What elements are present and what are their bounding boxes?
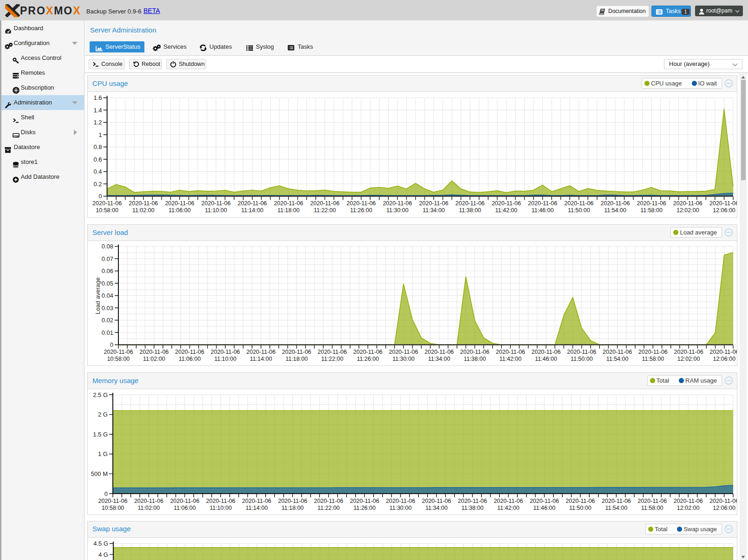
svg-text:2020-11-06: 2020-11-06 xyxy=(709,200,737,207)
svg-text:2020-11-06: 2020-11-06 xyxy=(318,349,347,355)
svg-text:0.07: 0.07 xyxy=(102,255,113,262)
svg-text:11:10:00: 11:10:00 xyxy=(209,505,232,511)
svg-text:2020-11-06: 2020-11-06 xyxy=(238,200,267,207)
svg-text:12:06:00: 12:06:00 xyxy=(713,207,735,214)
svg-text:2020-11-06: 2020-11-06 xyxy=(314,498,343,504)
svg-text:2020-11-06: 2020-11-06 xyxy=(460,349,489,355)
svg-text:0.05: 0.05 xyxy=(102,280,113,287)
svg-text:11:58:00: 11:58:00 xyxy=(640,207,663,214)
svg-text:2020-11-06: 2020-11-06 xyxy=(246,349,275,355)
svg-text:2020-11-06: 2020-11-06 xyxy=(566,498,595,504)
svg-text:2020-11-06: 2020-11-06 xyxy=(637,200,666,207)
svg-text:0.02: 0.02 xyxy=(102,317,113,324)
svg-text:11:22:00: 11:22:00 xyxy=(321,356,344,362)
svg-text:11:22:00: 11:22:00 xyxy=(314,207,336,214)
svg-text:0.4: 0.4 xyxy=(94,168,102,175)
svg-text:11:34:00: 11:34:00 xyxy=(428,356,450,362)
svg-text:11:18:00: 11:18:00 xyxy=(286,356,308,362)
svg-text:2020-11-06: 2020-11-06 xyxy=(211,349,240,355)
svg-text:2020-11-06: 2020-11-06 xyxy=(637,498,667,504)
svg-text:2020-11-06: 2020-11-06 xyxy=(638,349,668,355)
svg-text:11:42:00: 11:42:00 xyxy=(495,207,518,214)
svg-text:2 G: 2 G xyxy=(98,411,108,418)
svg-text:11:42:00: 11:42:00 xyxy=(497,505,520,511)
svg-text:2020-11-06: 2020-11-06 xyxy=(531,349,560,355)
svg-text:12:02:00: 12:02:00 xyxy=(677,505,700,511)
svg-text:2020-11-06: 2020-11-06 xyxy=(422,498,451,504)
svg-text:11:14:00: 11:14:00 xyxy=(241,207,263,214)
svg-text:2020-11-06: 2020-11-06 xyxy=(346,200,376,207)
svg-text:0.08: 0.08 xyxy=(102,243,113,250)
svg-text:1: 1 xyxy=(98,131,102,138)
svg-text:10:58:00: 10:58:00 xyxy=(96,207,118,214)
svg-text:11:50:00: 11:50:00 xyxy=(568,207,590,214)
svg-text:1.2: 1.2 xyxy=(94,119,102,126)
svg-text:2020-11-06: 2020-11-06 xyxy=(673,200,702,207)
svg-text:0.03: 0.03 xyxy=(102,305,113,312)
svg-text:11:38:00: 11:38:00 xyxy=(459,207,481,214)
svg-text:2020-11-06: 2020-11-06 xyxy=(282,349,311,355)
svg-text:11:50:00: 11:50:00 xyxy=(571,356,593,362)
svg-text:11:22:00: 11:22:00 xyxy=(318,505,340,511)
svg-text:2020-11-06: 2020-11-06 xyxy=(674,349,703,355)
svg-text:2020-11-06: 2020-11-06 xyxy=(564,200,593,207)
svg-text:0.04: 0.04 xyxy=(102,292,113,299)
svg-text:2020-11-06: 2020-11-06 xyxy=(600,200,630,207)
svg-text:0: 0 xyxy=(98,193,102,200)
svg-text:11:26:00: 11:26:00 xyxy=(357,356,379,362)
svg-text:2020-11-06: 2020-11-06 xyxy=(528,200,557,207)
svg-text:2020-11-06: 2020-11-06 xyxy=(674,498,703,504)
svg-text:2020-11-06: 2020-11-06 xyxy=(458,498,487,504)
svg-text:2020-11-06: 2020-11-06 xyxy=(389,349,418,355)
svg-text:11:06:00: 11:06:00 xyxy=(174,505,196,511)
svg-text:2020-11-06: 2020-11-06 xyxy=(278,498,307,504)
svg-text:1.6: 1.6 xyxy=(94,94,102,101)
svg-text:11:30:00: 11:30:00 xyxy=(390,505,412,511)
svg-text:11:58:00: 11:58:00 xyxy=(642,356,664,362)
svg-text:0: 0 xyxy=(110,341,113,348)
svg-text:2020-11-06: 2020-11-06 xyxy=(134,498,163,504)
svg-text:11:42:00: 11:42:00 xyxy=(499,356,521,362)
svg-text:11:18:00: 11:18:00 xyxy=(281,505,304,511)
svg-text:2020-11-06: 2020-11-06 xyxy=(242,498,271,504)
svg-text:12:06:00: 12:06:00 xyxy=(713,505,735,511)
svg-text:2020-11-06: 2020-11-06 xyxy=(139,349,169,355)
svg-text:10:58:00: 10:58:00 xyxy=(107,356,130,362)
svg-text:2020-11-06: 2020-11-06 xyxy=(419,200,449,207)
svg-text:2020-11-06: 2020-11-06 xyxy=(98,498,127,504)
svg-text:11:02:00: 11:02:00 xyxy=(132,207,155,214)
svg-text:11:34:00: 11:34:00 xyxy=(423,207,445,214)
svg-text:11:06:00: 11:06:00 xyxy=(169,207,191,214)
svg-text:11:46:00: 11:46:00 xyxy=(532,207,554,214)
svg-text:2020-11-06: 2020-11-06 xyxy=(567,349,596,355)
svg-text:2020-11-06: 2020-11-06 xyxy=(492,200,521,207)
svg-text:12:02:00: 12:02:00 xyxy=(677,356,700,362)
svg-text:1.5 G: 1.5 G xyxy=(93,431,108,438)
svg-text:2020-11-06: 2020-11-06 xyxy=(350,498,379,504)
svg-text:2020-11-06: 2020-11-06 xyxy=(165,200,194,207)
svg-text:11:54:00: 11:54:00 xyxy=(606,356,629,362)
svg-text:11:14:00: 11:14:00 xyxy=(246,505,268,511)
svg-text:2020-11-06: 2020-11-06 xyxy=(496,349,525,355)
svg-text:2020-11-06: 2020-11-06 xyxy=(104,349,133,355)
svg-text:2020-11-06: 2020-11-06 xyxy=(455,200,485,207)
svg-text:2020-11-06: 2020-11-06 xyxy=(353,349,383,355)
svg-text:2.5 G: 2.5 G xyxy=(93,391,108,398)
svg-text:2020-11-06: 2020-11-06 xyxy=(129,200,158,207)
svg-text:2020-11-06: 2020-11-06 xyxy=(202,200,231,207)
svg-text:11:38:00: 11:38:00 xyxy=(464,356,486,362)
svg-text:11:02:00: 11:02:00 xyxy=(143,356,165,362)
svg-text:2020-11-06: 2020-11-06 xyxy=(386,498,415,504)
svg-text:0: 0 xyxy=(104,490,108,497)
svg-text:11:38:00: 11:38:00 xyxy=(462,505,484,511)
svg-text:2020-11-06: 2020-11-06 xyxy=(603,349,632,355)
svg-text:2020-11-06: 2020-11-06 xyxy=(424,349,454,355)
svg-text:11:26:00: 11:26:00 xyxy=(353,505,376,511)
svg-text:2020-11-06: 2020-11-06 xyxy=(274,200,303,207)
svg-text:11:02:00: 11:02:00 xyxy=(138,505,160,511)
svg-text:2020-11-06: 2020-11-06 xyxy=(310,200,339,207)
svg-text:0.01: 0.01 xyxy=(102,329,113,336)
svg-text:11:54:00: 11:54:00 xyxy=(604,207,626,214)
svg-text:500 M: 500 M xyxy=(91,470,108,477)
svg-text:2020-11-06: 2020-11-06 xyxy=(175,349,204,355)
